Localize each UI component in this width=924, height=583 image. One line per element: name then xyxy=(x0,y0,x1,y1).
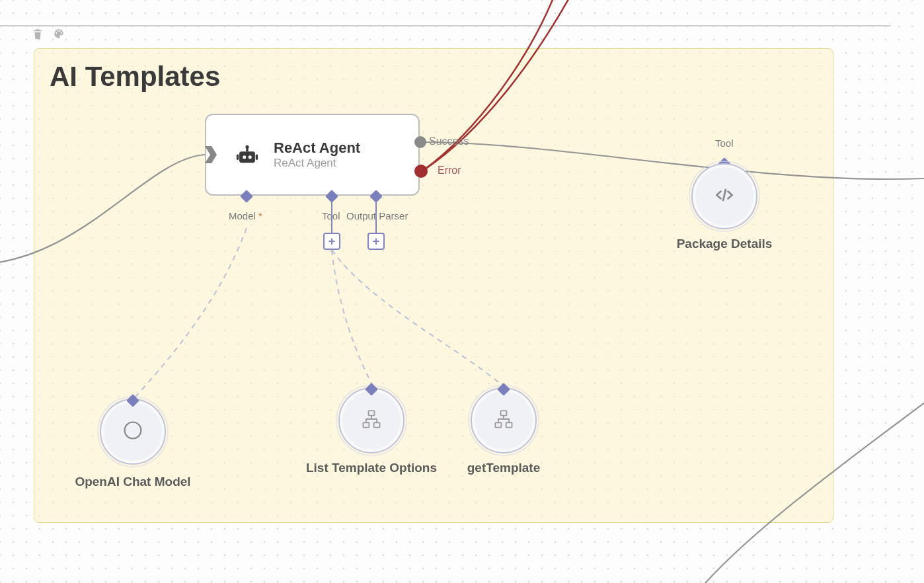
node-openai-chat-model[interactable] xyxy=(100,399,166,465)
node-subtitle: ReAct Agent xyxy=(274,157,360,170)
top-divider xyxy=(0,25,891,26)
trash-icon[interactable] xyxy=(32,28,44,40)
palette-icon[interactable] xyxy=(53,28,65,40)
node-label-list-template: List Template Options xyxy=(305,461,438,475)
node-get-template[interactable] xyxy=(471,387,537,453)
group-title: AI Templates xyxy=(50,61,220,93)
anchor-model-label: Model * xyxy=(229,210,262,221)
anchor-output-parser-label: Output Parser xyxy=(346,210,426,221)
robot-icon xyxy=(236,145,258,167)
anchor-pkg-top-label: Tool xyxy=(715,137,734,149)
output-error-label: Error xyxy=(438,165,461,176)
input-port-icon[interactable] xyxy=(205,146,217,163)
svg-point-1 xyxy=(243,155,246,159)
svg-point-4 xyxy=(245,145,249,149)
selection-toolbar xyxy=(32,28,65,40)
output-success-label: Success xyxy=(429,136,469,147)
node-package-details[interactable] xyxy=(691,163,757,229)
node-label-package-details: Package Details xyxy=(658,237,790,251)
svg-rect-6 xyxy=(256,154,258,160)
anchor-outputparser-stub xyxy=(375,201,377,233)
node-react-agent[interactable]: ReAct Agent ReAct Agent xyxy=(205,114,420,196)
svg-point-2 xyxy=(249,155,252,159)
add-output-parser-button[interactable]: + xyxy=(367,233,385,250)
node-label-get-template: getTemplate xyxy=(438,461,570,475)
node-label-openai: OpenAI Chat Model xyxy=(67,475,199,489)
anchor-tool-stub xyxy=(331,201,332,233)
svg-rect-0 xyxy=(239,151,255,163)
output-port-success[interactable] xyxy=(414,136,426,148)
node-list-template-options[interactable] xyxy=(338,387,404,453)
output-port-error[interactable] xyxy=(414,165,428,178)
node-title: ReAct Agent xyxy=(274,139,360,157)
svg-rect-5 xyxy=(237,154,239,160)
add-tool-button[interactable]: + xyxy=(323,233,340,250)
